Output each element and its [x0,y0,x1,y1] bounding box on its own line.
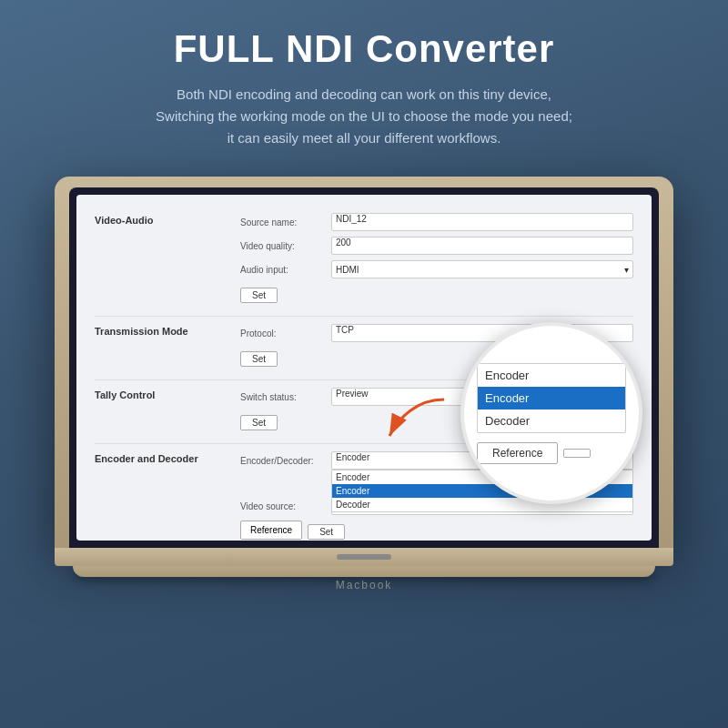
laptop-lid: Video-Audio Source name: NDI_12 Video qu… [55,177,673,548]
video-source-label: Video source: [240,501,331,511]
audio-input-label: Audio input: [240,265,331,275]
mag-decoder-option[interactable]: Decoder [478,410,625,432]
tally-set-button[interactable]: Set [240,415,278,430]
laptop-bottom [55,548,673,566]
video-quality-input[interactable]: 200 [331,237,633,255]
laptop-mockup: Video-Audio Source name: NDI_12 Video qu… [55,177,673,592]
mag-encoder-header: Encoder [478,364,625,387]
screen-bezel: Video-Audio Source name: NDI_12 Video qu… [69,187,659,548]
subtitle-line3: it can easily meet all your different wo… [228,130,501,146]
video-audio-section: Video-Audio Source name: NDI_12 Video qu… [95,213,633,303]
header-section: FULL NDI Converter Both NDI encoding and… [119,0,609,167]
decoder-option[interactable]: Decoder [332,498,632,511]
video-quality-label: Video quality: [240,241,331,251]
source-name-label: Source name: [240,217,331,228]
subtitle-line2: Switching the working mode on the UI to … [156,108,572,124]
switch-status-label: Switch status: [240,392,331,402]
divider-1 [95,316,633,317]
subtitle-line1: Both NDI encoding and decoding can work … [177,86,551,102]
transmission-label: Transmission Mode [95,324,240,337]
arrow-svg [380,390,453,445]
encoder-decoder-label: Encoder and Decoder [95,451,240,464]
page-title: FULL NDI Converter [156,27,572,71]
video-quality-row: Video quality: 200 [240,237,633,255]
video-audio-set-button[interactable]: Set [240,288,278,303]
magnify-inner: Encoder Encoder Decoder Reference [464,326,639,500]
subtitle: Both NDI encoding and decoding can work … [156,84,572,149]
encoder-set-button[interactable]: Set [308,524,345,540]
magnified-dropdown: Encoder Encoder Decoder [477,363,626,433]
laptop-base [73,566,655,577]
protocol-label: Protocol: [240,329,331,339]
mag-set-button[interactable] [563,449,591,458]
video-audio-label: Video-Audio [95,213,240,226]
chevron-down-icon: ▾ [624,265,629,275]
audio-input-select[interactable]: HDMI ▾ [331,260,633,278]
screen-content: Video-Audio Source name: NDI_12 Video qu… [76,195,652,541]
audio-input-row: Audio input: HDMI ▾ [240,260,633,278]
mag-reference-button[interactable]: Reference [477,442,558,464]
mag-encoder-selected[interactable]: Encoder [478,387,625,410]
encoder-button-row: Reference Set [240,521,633,540]
source-name-input[interactable]: NDI_12 [331,213,633,231]
arrow-overlay [380,390,453,445]
magnify-overlay: Encoder Encoder Decoder Reference [460,322,642,504]
mag-button-row: Reference [477,442,626,464]
encoder-decoder-field-label: Encoder/Decoder: [240,456,331,466]
laptop-notch [337,554,391,560]
audio-input-value: HDMI [336,265,359,275]
reference-button[interactable]: Reference [240,521,302,540]
transmission-set-button[interactable]: Set [240,351,278,367]
video-audio-content: Source name: NDI_12 Video quality: 200 A… [240,213,633,303]
source-name-row: Source name: NDI_12 [240,213,633,231]
tally-label: Tally Control [95,388,240,400]
macbook-label: Macbook [55,579,673,592]
